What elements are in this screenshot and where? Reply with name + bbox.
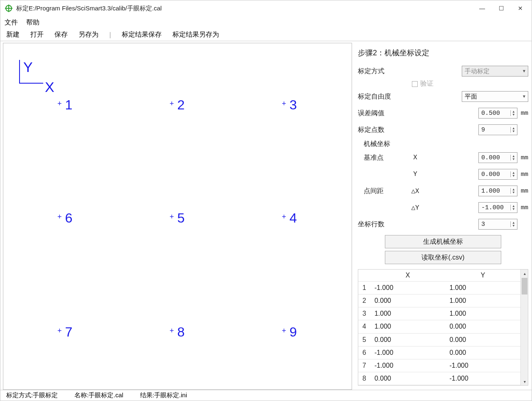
table-row[interactable]: 80.000-1.000 bbox=[358, 372, 520, 385]
unit-mm: mm bbox=[521, 110, 528, 117]
toolbar-calib-saveas[interactable]: 标定结果另存为 bbox=[172, 30, 219, 39]
toolbar: 新建 打开 保存 另存为 | 标定结果保存 标定结果另存为 bbox=[0, 29, 532, 41]
calib-method-select: 手动标定▼ bbox=[462, 66, 528, 77]
minimize-button[interactable]: — bbox=[473, 2, 492, 15]
points-count-label: 标定点数 bbox=[358, 126, 412, 134]
table-row[interactable]: 41.0000.000 bbox=[358, 320, 520, 333]
points-count-input[interactable]: 9▲▼ bbox=[478, 124, 517, 135]
verify-checkbox: 验证 bbox=[412, 79, 528, 88]
toolbar-open[interactable]: 打开 bbox=[30, 30, 44, 39]
table-row[interactable]: 6-1.0000.000 bbox=[358, 346, 520, 359]
error-threshold-label: 误差阈值 bbox=[358, 109, 412, 118]
table-header-x: X bbox=[370, 270, 446, 282]
generate-coord-button[interactable]: 生成机械坐标 bbox=[385, 235, 501, 248]
toolbar-new[interactable]: 新建 bbox=[6, 30, 20, 39]
read-csv-button[interactable]: 读取坐标(.csv) bbox=[385, 251, 501, 264]
calib-point-9[interactable]: +9 bbox=[284, 323, 296, 338]
coord-rows-label: 坐标行数 bbox=[358, 220, 412, 229]
table-row[interactable]: 1-1.0001.000 bbox=[358, 282, 520, 295]
table-row[interactable]: 7-1.000-1.000 bbox=[358, 359, 520, 372]
dof-select[interactable]: 平面▼ bbox=[462, 91, 528, 102]
error-threshold-input[interactable]: 0.500▲▼ bbox=[478, 108, 517, 119]
scroll-up-icon[interactable]: ▴ bbox=[521, 270, 528, 277]
calib-point-5[interactable]: +5 bbox=[172, 209, 184, 224]
base-x-label: X bbox=[403, 154, 428, 161]
statusbar: 标定方式:手眼标定 名称:手眼标定.cal 结果:手眼标定.ini bbox=[0, 390, 532, 401]
caret-down-icon: ▼ bbox=[523, 69, 525, 74]
menu-file[interactable]: 文件 bbox=[5, 18, 18, 27]
base-y-input[interactable]: 0.000▲▼ bbox=[478, 169, 517, 180]
calib-point-6[interactable]: +6 bbox=[60, 209, 71, 224]
step-title: 步骤2：机械坐标设定 bbox=[358, 48, 528, 58]
calib-point-8[interactable]: +8 bbox=[172, 323, 184, 338]
table-scrollbar[interactable]: ▴ ▾ bbox=[520, 270, 528, 385]
coord-table-wrap: X Y 1-1.0001.00020.0001.00031.0001.00041… bbox=[358, 269, 528, 386]
base-y-label: Y bbox=[403, 171, 428, 178]
table-row[interactable]: 31.0001.000 bbox=[358, 307, 520, 320]
mech-coord-label: 机械坐标 bbox=[364, 140, 528, 149]
toolbar-save[interactable]: 保存 bbox=[54, 30, 68, 39]
calibration-canvas[interactable]: Y X +1 +2 +3 +6 +5 +4 +7 +8 +9 bbox=[3, 43, 352, 390]
titlebar: 标定E:/Program Files/SciSmart3.3/calib/手眼标… bbox=[0, 0, 532, 16]
base-point-label: 基准点 bbox=[364, 153, 399, 162]
calib-point-3[interactable]: +3 bbox=[284, 96, 296, 111]
scroll-down-icon[interactable]: ▾ bbox=[521, 378, 528, 385]
close-button[interactable]: ✕ bbox=[511, 2, 530, 15]
base-x-input[interactable]: 0.000▲▼ bbox=[478, 152, 517, 163]
toolbar-saveas[interactable]: 另存为 bbox=[79, 30, 99, 39]
axis-y-label: Y bbox=[23, 59, 33, 75]
status-result: 结果:手眼标定.ini bbox=[140, 391, 187, 399]
dx-input[interactable]: 1.000▲▼ bbox=[478, 186, 517, 196]
maximize-button[interactable]: ☐ bbox=[492, 2, 511, 15]
table-header-y: Y bbox=[445, 270, 520, 282]
table-row[interactable]: 50.0000.000 bbox=[358, 333, 520, 346]
coord-rows-input[interactable]: 3▲▼ bbox=[478, 219, 517, 230]
menu-help[interactable]: 帮助 bbox=[26, 18, 39, 27]
dx-label: △X bbox=[403, 187, 428, 195]
calib-point-1[interactable]: +1 bbox=[60, 96, 71, 111]
calib-method-label: 标定方式 bbox=[358, 67, 412, 76]
coord-table[interactable]: X Y 1-1.0001.00020.0001.00031.0001.00041… bbox=[358, 270, 520, 385]
status-name: 名称:手眼标定.cal bbox=[74, 391, 123, 399]
status-mode: 标定方式:手眼标定 bbox=[6, 391, 58, 399]
toolbar-separator: | bbox=[109, 31, 111, 39]
axis-x-label: X bbox=[45, 79, 54, 95]
window-title: 标定E:/Program Files/SciSmart3.3/calib/手眼标… bbox=[16, 5, 473, 12]
calib-point-7[interactable]: +7 bbox=[60, 323, 71, 338]
dof-label: 标定自由度 bbox=[358, 92, 412, 101]
table-row[interactable]: 20.0001.000 bbox=[358, 295, 520, 307]
interval-label: 点间距 bbox=[364, 187, 399, 196]
dy-input[interactable]: -1.000▲▼ bbox=[478, 202, 517, 213]
dy-label: △Y bbox=[403, 203, 428, 212]
app-icon bbox=[5, 4, 13, 12]
menubar: 文件 帮助 bbox=[0, 16, 532, 29]
toolbar-calib-save[interactable]: 标定结果保存 bbox=[122, 30, 162, 39]
caret-down-icon: ▼ bbox=[523, 94, 525, 99]
calib-point-2[interactable]: +2 bbox=[172, 96, 184, 111]
calib-point-4[interactable]: +4 bbox=[284, 209, 296, 224]
settings-panel: 步骤2：机械坐标设定 标定方式 手动标定▼ 验证 标定自由度 平面▼ 误差阈值 … bbox=[352, 41, 532, 390]
